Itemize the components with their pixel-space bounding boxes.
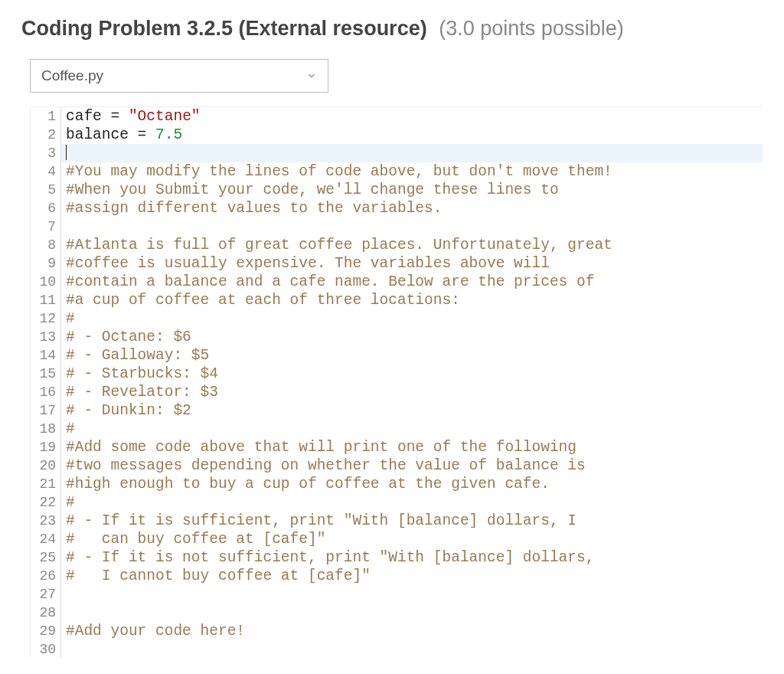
- code-content[interactable]: #: [61, 420, 763, 438]
- gutter-line-number: 9: [31, 254, 61, 273]
- code-line[interactable]: 30: [31, 640, 763, 659]
- code-line[interactable]: 28: [31, 604, 763, 622]
- gutter-line-number: 11: [31, 291, 61, 309]
- gutter-line-number: 25: [31, 548, 61, 567]
- code-content[interactable]: cafe = "Octane": [61, 107, 763, 126]
- gutter-line-number: 15: [31, 365, 61, 383]
- code-content[interactable]: [61, 218, 763, 236]
- code-content[interactable]: # I cannot buy coffee at [cafe]": [61, 567, 763, 585]
- code-content[interactable]: #Add your code here!: [61, 622, 763, 640]
- code-line[interactable]: 25# - If it is not sufficient, print "Wi…: [31, 548, 763, 567]
- gutter-line-number: 5: [31, 181, 61, 199]
- code-token: # - Octane: $6: [66, 329, 191, 345]
- gutter-line-number: 13: [31, 328, 61, 346]
- code-line[interactable]: 7: [31, 218, 763, 236]
- file-selector-label: Coffee.py: [41, 67, 103, 84]
- code-content[interactable]: # - Starbucks: $4: [61, 365, 763, 383]
- code-content[interactable]: # - Octane: $6: [61, 328, 763, 346]
- gutter-line-number: 23: [31, 512, 61, 530]
- code-line[interactable]: 24# can buy coffee at [cafe]": [31, 530, 763, 548]
- problem-header: Coding Problem 3.2.5 (External resource)…: [21, 15, 763, 42]
- code-token: #Add some code above that will print one…: [66, 439, 577, 456]
- code-content[interactable]: #: [61, 493, 763, 512]
- code-token: # I cannot buy coffee at [cafe]": [66, 568, 371, 584]
- code-token: # - If it is not sufficient, print "With…: [66, 549, 594, 566]
- gutter-line-number: 6: [31, 199, 61, 218]
- code-line[interactable]: 9#coffee is usually expensive. The varia…: [31, 254, 763, 273]
- code-token: "Octane": [129, 108, 201, 125]
- code-content[interactable]: # - Dunkin: $2: [61, 401, 763, 420]
- gutter-line-number: 14: [31, 346, 61, 365]
- points-possible: (3.0 points possible): [439, 17, 624, 40]
- code-token: #contain a balance and a cafe name. Belo…: [66, 273, 594, 290]
- code-content[interactable]: # can buy coffee at [cafe]": [61, 530, 763, 548]
- code-content[interactable]: #When you Submit your code, we'll change…: [61, 181, 763, 199]
- code-content[interactable]: #a cup of coffee at each of three locati…: [61, 291, 763, 309]
- code-content[interactable]: balance = 7.5: [61, 126, 763, 144]
- code-line[interactable]: 29#Add your code here!: [31, 622, 763, 640]
- code-content[interactable]: #high enough to buy a cup of coffee at t…: [61, 475, 763, 493]
- code-line[interactable]: 11#a cup of coffee at each of three loca…: [31, 291, 763, 309]
- code-token: balance =: [66, 126, 155, 143]
- gutter-line-number: 30: [31, 640, 61, 659]
- code-content[interactable]: # - Revelator: $3: [61, 383, 763, 401]
- code-line[interactable]: 8#Atlanta is full of great coffee places…: [31, 236, 763, 254]
- code-content[interactable]: #: [61, 309, 763, 328]
- gutter-line-number: 3: [31, 144, 61, 162]
- code-line[interactable]: 10#contain a balance and a cafe name. Be…: [31, 273, 763, 291]
- code-token: # - Revelator: $3: [66, 384, 218, 401]
- code-line[interactable]: 6#assign different values to the variabl…: [31, 199, 763, 218]
- code-line[interactable]: 27: [31, 585, 763, 604]
- gutter-line-number: 27: [31, 585, 61, 604]
- code-content[interactable]: # - Galloway: $5: [61, 346, 763, 365]
- code-line[interactable]: 26# I cannot buy coffee at [cafe]": [31, 567, 763, 585]
- code-line[interactable]: 15# - Starbucks: $4: [31, 365, 763, 383]
- code-line[interactable]: 14# - Galloway: $5: [31, 346, 763, 365]
- code-line[interactable]: 12#: [31, 309, 763, 328]
- code-content[interactable]: [61, 585, 763, 604]
- code-content[interactable]: #Atlanta is full of great coffee places.…: [61, 236, 763, 254]
- code-token: #Add your code here!: [66, 623, 245, 640]
- gutter-line-number: 16: [31, 383, 61, 401]
- file-selector-dropdown[interactable]: Coffee.py: [30, 59, 328, 93]
- code-line[interactable]: 5#When you Submit your code, we'll chang…: [31, 181, 763, 199]
- code-line[interactable]: 21#high enough to buy a cup of coffee at…: [31, 475, 763, 493]
- code-line[interactable]: 23# - If it is sufficient, print "With […: [31, 512, 763, 530]
- title-line: Coding Problem 3.2.5 (External resource)…: [21, 15, 763, 42]
- code-content[interactable]: [61, 604, 763, 622]
- code-content[interactable]: # - If it is not sufficient, print "With…: [61, 548, 763, 567]
- code-line[interactable]: 13# - Octane: $6: [31, 328, 763, 346]
- code-content[interactable]: #You may modify the lines of code above,…: [61, 162, 763, 181]
- gutter-line-number: 18: [31, 420, 61, 438]
- code-token: # - Dunkin: $2: [66, 402, 191, 419]
- code-line[interactable]: 2balance = 7.5: [31, 126, 763, 144]
- code-token: # can buy coffee at [cafe]": [66, 531, 325, 548]
- code-line[interactable]: 4#You may modify the lines of code above…: [31, 162, 763, 181]
- code-line[interactable]: 3: [31, 144, 763, 162]
- code-content[interactable]: [61, 144, 763, 162]
- code-content[interactable]: #two messages depending on whether the v…: [61, 456, 763, 475]
- gutter-line-number: 4: [31, 162, 61, 181]
- gutter-line-number: 21: [31, 475, 61, 493]
- code-content[interactable]: #coffee is usually expensive. The variab…: [61, 254, 763, 273]
- code-content[interactable]: #assign different values to the variable…: [61, 199, 763, 218]
- problem-title: Coding Problem 3.2.5 (External resource): [21, 17, 427, 40]
- code-line[interactable]: 20#two messages depending on whether the…: [31, 456, 763, 475]
- code-editor[interactable]: 1cafe = "Octane"2balance = 7.534#You may…: [30, 106, 763, 659]
- gutter-line-number: 12: [31, 309, 61, 328]
- code-line[interactable]: 17# - Dunkin: $2: [31, 401, 763, 420]
- code-line[interactable]: 22#: [31, 493, 763, 512]
- gutter-line-number: 2: [31, 126, 61, 144]
- code-line[interactable]: 16# - Revelator: $3: [31, 383, 763, 401]
- code-content[interactable]: #contain a balance and a cafe name. Belo…: [61, 273, 763, 291]
- code-content[interactable]: # - If it is sufficient, print "With [ba…: [61, 512, 763, 530]
- code-token: # - If it is sufficient, print "With [ba…: [66, 512, 577, 529]
- code-content[interactable]: #Add some code above that will print one…: [61, 438, 763, 456]
- code-line[interactable]: 18#: [31, 420, 763, 438]
- gutter-line-number: 19: [31, 438, 61, 456]
- code-token: #: [66, 310, 75, 327]
- code-line[interactable]: 1cafe = "Octane": [31, 107, 763, 126]
- code-line[interactable]: 19#Add some code above that will print o…: [31, 438, 763, 456]
- gutter-line-number: 26: [31, 567, 61, 585]
- code-content[interactable]: [61, 640, 763, 659]
